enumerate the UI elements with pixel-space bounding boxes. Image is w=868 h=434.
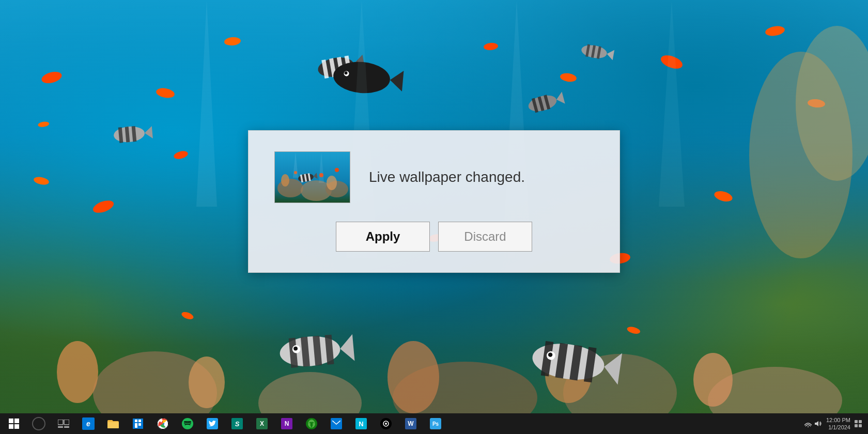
note-button[interactable]: N: [349, 413, 373, 434]
sway-button[interactable]: S: [225, 413, 249, 434]
date-text: 1/1/2024: [826, 424, 850, 431]
sonos-icon: [380, 418, 392, 429]
svg-rect-92: [9, 424, 13, 429]
mail-button[interactable]: [324, 413, 348, 434]
cortana-button[interactable]: [27, 413, 51, 434]
onenote-icon: N: [281, 418, 292, 429]
taskbar: e: [0, 413, 868, 434]
svg-rect-101: [138, 420, 141, 422]
sonos-button[interactable]: [374, 413, 398, 434]
dialog-message-text: Live wallpaper changed.: [369, 169, 525, 185]
thumbnail-image: [275, 152, 350, 203]
onenote-button[interactable]: N: [275, 413, 299, 434]
svg-rect-100: [135, 420, 137, 422]
svg-rect-94: [58, 420, 63, 425]
svg-marker-115: [815, 421, 818, 426]
wallpaper-changed-dialog: Live wallpaper changed. Apply Discard: [248, 130, 620, 273]
folder-button[interactable]: [101, 413, 125, 434]
svg-point-78: [281, 174, 289, 187]
start-button[interactable]: [2, 413, 26, 434]
spotify-icon: [182, 418, 193, 429]
volume-icon: [815, 420, 822, 427]
taskbar-right-area: 12:00 PM 1/1/2024: [804, 416, 866, 431]
word-icon: W: [405, 418, 416, 429]
network-icon: [804, 420, 812, 427]
twitter-button[interactable]: [200, 413, 224, 434]
chrome-button[interactable]: [151, 413, 175, 434]
edge-button[interactable]: e: [76, 413, 100, 434]
svg-rect-103: [138, 423, 141, 426]
cortana-icon: [32, 417, 45, 430]
discard-button[interactable]: Discard: [438, 222, 532, 252]
svg-rect-102: [135, 423, 137, 428]
clock-display[interactable]: 12:00 PM 1/1/2024: [826, 416, 850, 431]
word-button[interactable]: W: [399, 413, 423, 434]
svg-rect-119: [859, 424, 862, 427]
svg-rect-117: [859, 420, 862, 423]
svg-rect-93: [14, 424, 19, 429]
svg-rect-116: [855, 420, 858, 423]
mail-icon: [331, 418, 342, 429]
spotify-button[interactable]: [176, 413, 199, 434]
edge-icon: e: [82, 417, 95, 430]
excel-icon: X: [256, 418, 268, 429]
xbox-button[interactable]: [300, 413, 323, 434]
task-view-button[interactable]: [52, 413, 75, 434]
time-text: 12:00 PM: [826, 416, 850, 424]
action-center-icon[interactable]: [855, 420, 862, 427]
svg-rect-99: [133, 419, 143, 429]
store-button[interactable]: [126, 413, 150, 434]
sway-icon: S: [231, 418, 243, 429]
dialog-buttons-area: Apply Discard: [274, 222, 594, 252]
ps-icon: Ps: [430, 418, 441, 429]
excel-button[interactable]: X: [250, 413, 274, 434]
ps-button[interactable]: Ps: [424, 413, 447, 434]
note-icon: N: [355, 418, 367, 429]
svg-point-82: [335, 168, 339, 172]
svg-rect-95: [64, 420, 69, 425]
svg-rect-96: [58, 426, 63, 428]
folder-icon: [107, 417, 119, 430]
store-icon: [132, 417, 144, 430]
svg-rect-91: [14, 419, 19, 423]
svg-rect-118: [855, 424, 858, 427]
dialog-overlay: Live wallpaper changed. Apply Discard: [0, 0, 868, 434]
svg-point-113: [385, 423, 387, 425]
twitter-icon: [207, 418, 218, 429]
xbox-icon: [305, 417, 318, 430]
chrome-icon: [157, 417, 169, 430]
svg-point-114: [808, 426, 809, 427]
svg-rect-90: [9, 419, 13, 423]
apply-button[interactable]: Apply: [336, 222, 430, 252]
dialog-content-area: Live wallpaper changed.: [274, 151, 594, 203]
svg-rect-97: [64, 426, 69, 428]
wallpaper-thumbnail: [274, 151, 350, 203]
svg-rect-98: [107, 422, 119, 428]
svg-point-79: [327, 176, 337, 190]
